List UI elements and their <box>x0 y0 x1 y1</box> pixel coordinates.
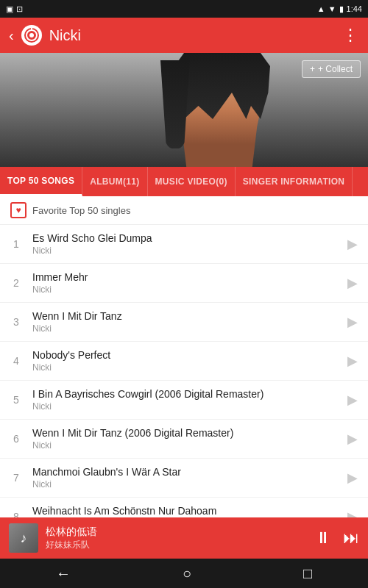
play-icon[interactable]: ▶ <box>347 431 358 447</box>
app-header: ‹ Nicki ⋮ <box>0 18 368 53</box>
favorites-header: ♥ Favorite Top 50 singles <box>0 196 368 225</box>
song-item[interactable]: 3 Wenn I Mit Dir Tanz Nicki ▶ <box>0 303 368 342</box>
song-item[interactable]: 5 I Bin A Bayrisches Cowgirl (2006 Digit… <box>0 381 368 420</box>
music-note-icon: ♪ <box>21 531 27 546</box>
header-left: ‹ Nicki <box>9 25 81 46</box>
now-playing-bar[interactable]: ♪ 松林的低语 好妹妹乐队 ⏸ ⏭ <box>0 517 368 559</box>
play-icon[interactable]: ▶ <box>347 236 358 252</box>
status-bar: ▣ ⊡ ▲ ▼ ▮ 1:44 <box>0 0 368 18</box>
song-number: 1 <box>7 238 25 250</box>
song-item[interactable]: 2 Immer Mehr Nicki ▶ <box>0 264 368 303</box>
play-icon[interactable]: ▶ <box>347 470 358 486</box>
tab-album[interactable]: ALBUM(11) <box>82 167 147 196</box>
songs-container: 1 Es Wird Scho Glei Dumpa Nicki ▶ 2 Imme… <box>0 225 368 547</box>
song-title: Immer Mehr <box>32 271 342 283</box>
page-title: Nicki <box>49 27 81 44</box>
antenna-icon: ▲ <box>317 4 325 13</box>
song-title: Wenn I Mit Dir Tanz <box>32 310 342 322</box>
recents-nav-button[interactable]: □ <box>303 565 312 582</box>
song-artist: Nicki <box>32 479 342 490</box>
songs-list-area: ♥ Favorite Top 50 singles 1 Es Wird Scho… <box>0 196 368 547</box>
song-artist: Nicki <box>32 284 342 295</box>
song-artist: Nicki <box>32 245 342 256</box>
tab-top50[interactable]: TOP 50 SONGS <box>0 167 82 196</box>
bottom-nav: ← ○ □ <box>0 559 368 588</box>
song-info: Manchmoi Glaubn's I Wär A Star Nicki <box>32 466 342 490</box>
svg-point-2 <box>29 33 34 37</box>
song-info: Nobody's Perfect Nicki <box>32 349 342 373</box>
app-logo <box>21 25 42 46</box>
favorites-icon: ♥ <box>10 202 26 218</box>
now-playing-title: 松林的低语 <box>46 526 308 539</box>
song-item[interactable]: 1 Es Wird Scho Glei Dumpa Nicki ▶ <box>0 225 368 264</box>
song-number: 4 <box>7 355 25 367</box>
collect-button[interactable]: + + Collect <box>302 60 361 78</box>
time-display: 1:44 <box>347 4 362 13</box>
song-title: Weihnacht Is Am Schönstn Nur Dahoam <box>32 505 342 517</box>
home-nav-button[interactable]: ○ <box>183 565 191 582</box>
song-number: 5 <box>7 394 25 406</box>
song-title: I Bin A Bayrisches Cowgirl (2006 Digital… <box>32 388 342 400</box>
tab-video[interactable]: MUSIC VIDEO(0) <box>148 167 236 196</box>
pause-button[interactable]: ⏸ <box>315 528 331 548</box>
status-left: ▣ ⊡ <box>6 4 23 14</box>
back-nav-button[interactable]: ← <box>56 565 71 582</box>
song-info: Wenn I Mit Dir Tanz (2006 Digital Remast… <box>32 427 342 451</box>
next-button[interactable]: ⏭ <box>343 528 359 548</box>
song-artist: Nicki <box>32 323 342 334</box>
song-title: Es Wird Scho Glei Dumpa <box>32 232 342 244</box>
notification-icon: ⊡ <box>16 4 23 14</box>
song-number: 7 <box>7 472 25 484</box>
song-number: 6 <box>7 433 25 445</box>
play-icon[interactable]: ▶ <box>347 314 358 330</box>
play-icon[interactable]: ▶ <box>347 353 358 369</box>
tab-singer-info[interactable]: SINGER INFORMATION <box>236 167 353 196</box>
song-title: Nobody's Perfect <box>32 349 342 361</box>
hero-image: + + Collect <box>0 53 368 167</box>
play-icon[interactable]: ▶ <box>347 275 358 291</box>
song-item[interactable]: 7 Manchmoi Glaubn's I Wär A Star Nicki ▶ <box>0 459 368 498</box>
song-item[interactable]: 4 Nobody's Perfect Nicki ▶ <box>0 342 368 381</box>
song-item[interactable]: 6 Wenn I Mit Dir Tanz (2006 Digital Rema… <box>0 420 368 459</box>
song-artist: Nicki <box>32 401 342 412</box>
song-info: I Bin A Bayrisches Cowgirl (2006 Digital… <box>32 388 342 412</box>
now-playing-info: 松林的低语 好妹妹乐队 <box>46 526 308 551</box>
song-title: Manchmoi Glaubn's I Wär A Star <box>32 466 342 478</box>
song-info: Immer Mehr Nicki <box>32 271 342 295</box>
song-artist: Nicki <box>32 440 342 451</box>
now-playing-controls: ⏸ ⏭ <box>315 528 359 548</box>
battery-icon: ▮ <box>339 4 344 14</box>
plus-icon: + <box>310 64 315 74</box>
sim-icon: ▣ <box>6 4 13 14</box>
song-info: Es Wird Scho Glei Dumpa Nicki <box>32 232 342 256</box>
more-options-button[interactable]: ⋮ <box>342 26 359 45</box>
song-title: Wenn I Mit Dir Tanz (2006 Digital Remast… <box>32 427 342 439</box>
collect-label: + Collect <box>318 64 353 74</box>
back-button[interactable]: ‹ <box>9 27 14 44</box>
now-playing-artist: 好妹妹乐队 <box>46 539 308 551</box>
song-number: 2 <box>7 277 25 289</box>
song-number: 3 <box>7 316 25 328</box>
tabs-bar: TOP 50 SONGS ALBUM(11) MUSIC VIDEO(0) SI… <box>0 167 368 196</box>
favorites-label: Favorite Top 50 singles <box>32 205 130 216</box>
play-icon[interactable]: ▶ <box>347 392 358 408</box>
song-artist: Nicki <box>32 362 342 373</box>
song-info: Wenn I Mit Dir Tanz Nicki <box>32 310 342 334</box>
now-playing-thumbnail: ♪ <box>9 523 38 553</box>
wifi-icon: ▼ <box>328 4 336 13</box>
status-right: ▲ ▼ ▮ 1:44 <box>317 4 362 14</box>
